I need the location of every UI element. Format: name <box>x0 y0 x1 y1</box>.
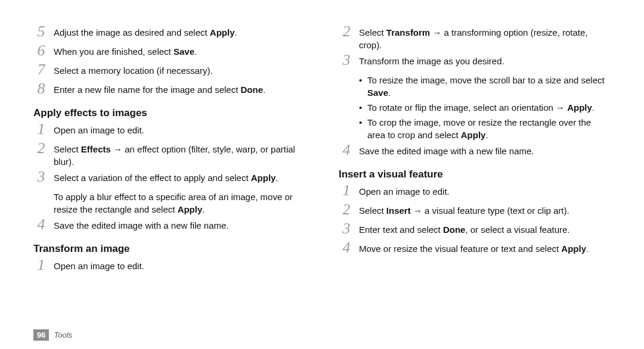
transform-bullet-rotate: • To rotate or flip the image, select an… <box>359 101 611 114</box>
text: Enter text and select <box>359 225 443 235</box>
step-text: Save the edited image with a new file na… <box>359 145 534 157</box>
footer-section: Tools <box>54 331 72 339</box>
step-number: 2 <box>339 202 354 217</box>
two-column-layout: 5 Adjust the image as desired and select… <box>33 26 611 349</box>
text: . <box>202 204 205 214</box>
text: Select <box>359 27 386 38</box>
bold: Insert <box>386 205 411 216</box>
step-7: 7 Select a memory location (if necessary… <box>33 64 305 80</box>
bold: Apply <box>561 244 586 254</box>
section-apply-effects: Apply effects to images <box>33 107 305 119</box>
transform-step-4: 4 Save the edited image with a new file … <box>339 145 611 160</box>
text: . <box>586 244 589 254</box>
bold: Done <box>241 85 264 95</box>
text: To resize the image, move the scroll bar… <box>367 75 605 85</box>
bold: Save <box>367 88 388 98</box>
step-text: Transform the image as you desired. <box>359 55 504 67</box>
step-number: 4 <box>339 240 354 255</box>
insert-step-4: 4 Move or resize the visual feature or t… <box>339 242 611 258</box>
step-text: Move or resize the visual feature or tex… <box>359 242 589 255</box>
bullet-text: To crop the image, move or resize the re… <box>367 116 611 141</box>
transform-step-2: 2 Select Transform → a transforming opti… <box>339 26 611 51</box>
text: . <box>194 46 197 57</box>
page-number: 96 <box>33 329 49 341</box>
text: To apply a blur effect to a specific are… <box>54 192 293 214</box>
text: . <box>275 173 278 183</box>
step-number: 5 <box>33 24 49 39</box>
bold: Apply <box>210 27 235 38</box>
bold: Apply <box>567 102 592 113</box>
bullet-text: To resize the image, move the scroll bar… <box>367 74 611 99</box>
page-footer: 96 Tools <box>33 329 72 341</box>
text: , or select a visual feature. <box>465 225 569 235</box>
bold: Effects <box>81 144 111 154</box>
step-text: Open an image to edit. <box>359 185 450 198</box>
text: . <box>592 102 595 113</box>
step-text: Open an image to edit. <box>54 260 144 272</box>
step-text: Enter a new file name for the image and … <box>54 83 265 96</box>
step-text: Save the edited image with a new file na… <box>54 219 229 232</box>
step-text: Select Insert → a visual feature type (t… <box>359 204 569 217</box>
text: Select a variation of the effect to appl… <box>54 173 251 183</box>
step-8: 8 Enter a new file name for the image an… <box>33 83 305 99</box>
step-number: 3 <box>339 221 354 236</box>
effects-step-3: 3 Select a variation of the effect to ap… <box>33 172 305 187</box>
transform-step-3: 3 Transform the image as you desired. <box>339 55 611 70</box>
text: . <box>235 27 237 38</box>
transform-bullet-crop: • To crop the image, move or resize the … <box>359 116 611 141</box>
step-number: 2 <box>33 141 49 156</box>
bold: Apply <box>178 204 203 214</box>
step-number: 6 <box>33 43 49 58</box>
text: . <box>263 85 265 95</box>
text: Move or resize the visual feature or tex… <box>359 244 561 254</box>
effects-step-3-note: To apply a blur effect to a specific are… <box>54 191 305 216</box>
insert-step-2: 2 Select Insert → a visual feature type … <box>339 204 611 220</box>
manual-page: 5 Adjust the image as desired and select… <box>0 0 644 349</box>
step-number: 3 <box>33 169 49 185</box>
step-number: 1 <box>33 257 49 273</box>
step-text: Select a variation of the effect to appl… <box>54 172 278 184</box>
step-number: 2 <box>339 24 354 39</box>
effects-step-2: 2 Select Effects → an effect option (fil… <box>33 143 305 168</box>
step-number: 3 <box>339 52 354 68</box>
step-5: 5 Adjust the image as desired and select… <box>33 26 305 42</box>
text: . <box>485 130 488 140</box>
text: To rotate or flip the image, select an o… <box>367 102 567 113</box>
step-text: Enter text and select Done, or select a … <box>359 223 570 236</box>
insert-step-1: 1 Open an image to edit. <box>339 185 611 201</box>
step-number: 7 <box>33 62 49 77</box>
left-column: 5 Adjust the image as desired and select… <box>33 26 305 349</box>
step-number: 4 <box>339 142 354 158</box>
text: . <box>388 88 391 98</box>
transform-bullet-resize: • To resize the image, move the scroll b… <box>359 74 611 99</box>
step-6: 6 When you are finished, select Save. <box>33 45 305 61</box>
text: When you are finished, select <box>54 46 174 57</box>
bullet-text: To rotate or flip the image, select an o… <box>367 101 611 114</box>
bold: Save <box>174 46 194 57</box>
step-text: Open an image to edit. <box>54 124 144 136</box>
section-insert-visual: Insert a visual feature <box>339 169 611 180</box>
step-number: 8 <box>33 81 49 96</box>
step-number: 4 <box>33 217 49 232</box>
text: → a visual feature type (text or clip ar… <box>411 205 569 216</box>
effects-step-1: 1 Open an image to edit. <box>33 124 305 139</box>
text: Select <box>54 144 81 154</box>
transform-step-1: 1 Open an image to edit. <box>33 260 305 275</box>
bold: Apply <box>461 130 486 140</box>
text: Select <box>359 205 386 216</box>
step-text: When you are finished, select Save. <box>54 45 197 58</box>
bullet-icon: • <box>359 116 367 141</box>
text: Adjust the image as desired and select <box>54 27 210 38</box>
bold: Transform <box>386 27 430 38</box>
bullet-icon: • <box>359 74 367 99</box>
insert-step-3: 3 Enter text and select Done, or select … <box>339 223 611 239</box>
step-text: Adjust the image as desired and select A… <box>54 26 237 39</box>
right-column: 2 Select Transform → a transforming opti… <box>339 26 611 349</box>
step-text: Select Transform → a transforming option… <box>359 26 611 51</box>
step-text: Select a memory location (if necessary). <box>54 64 213 77</box>
step-number: 1 <box>339 183 354 198</box>
text: Enter a new file name for the image and … <box>54 85 241 95</box>
bold: Apply <box>251 173 276 183</box>
step-text: Select Effects → an effect option (filte… <box>54 143 305 168</box>
section-transform: Transform an image <box>33 243 305 255</box>
